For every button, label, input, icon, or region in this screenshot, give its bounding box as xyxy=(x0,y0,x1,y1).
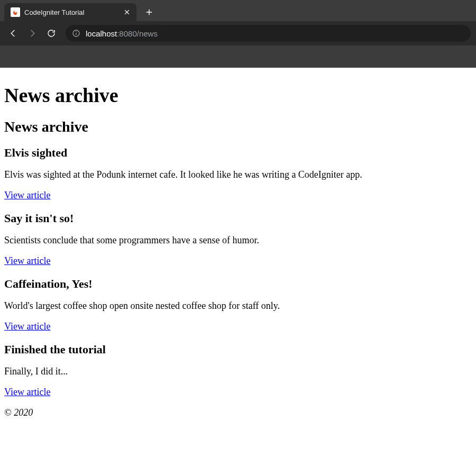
new-tab-button[interactable] xyxy=(142,5,157,20)
chrome-spacer xyxy=(0,45,476,68)
url-path: /news xyxy=(137,29,158,38)
browser-toolbar: localhost:8080/news xyxy=(0,21,476,45)
article-body: Elvis was sighted at the Podunk internet… xyxy=(4,169,472,180)
browser-tab[interactable]: CodeIgniter Tutorial xyxy=(4,3,136,21)
article-title: Say it isn't so! xyxy=(4,212,472,225)
url-host: localhost xyxy=(86,29,117,38)
site-info-icon[interactable] xyxy=(72,29,80,38)
close-icon[interactable] xyxy=(123,8,131,16)
url-text: localhost:8080/news xyxy=(86,29,158,38)
article-title: Elvis sighted xyxy=(4,146,472,160)
view-article-link[interactable]: View article xyxy=(4,321,50,332)
page-content: News archive News archive Elvis sighted … xyxy=(0,68,476,432)
svg-point-2 xyxy=(76,31,77,32)
view-article-link[interactable]: View article xyxy=(4,387,50,398)
back-button[interactable] xyxy=(5,25,21,41)
browser-chrome: CodeIgniter Tutorial localhost:8080/news xyxy=(0,0,476,68)
article-title: Finished the tutorial xyxy=(4,343,472,356)
view-article-link[interactable]: View article xyxy=(4,255,50,267)
article-body: Scientists conclude that some programmer… xyxy=(4,235,472,246)
footer-text: © 2020 xyxy=(4,407,33,418)
tab-bar: CodeIgniter Tutorial xyxy=(0,0,476,21)
codeigniter-flame-icon xyxy=(11,7,20,17)
page-subtitle: News archive xyxy=(4,118,472,135)
article-body: World's largest coffee shop open onsite … xyxy=(4,300,472,312)
reload-button[interactable] xyxy=(43,25,59,41)
url-port: :8080 xyxy=(117,29,137,38)
address-bar[interactable]: localhost:8080/news xyxy=(66,25,471,42)
article-title: Caffeination, Yes! xyxy=(4,277,472,291)
page-title: News archive xyxy=(4,84,472,107)
forward-button[interactable] xyxy=(24,25,40,41)
article-body: Finally, I did it... xyxy=(4,366,472,377)
view-article-link[interactable]: View article xyxy=(4,190,50,201)
tab-title: CodeIgniter Tutorial xyxy=(24,8,108,16)
